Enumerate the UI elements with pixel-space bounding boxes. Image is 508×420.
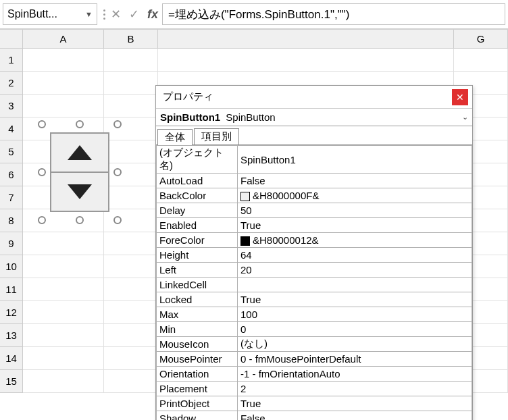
property-row[interactable]: AutoLoadFalse bbox=[157, 174, 472, 188]
cell[interactable] bbox=[454, 49, 508, 72]
object-selector[interactable]: SpinButton1 SpinButton ⌄ bbox=[156, 109, 472, 126]
resize-handle[interactable] bbox=[38, 120, 46, 128]
property-row[interactable]: BackColor&H8000000F& bbox=[157, 188, 472, 203]
cell[interactable] bbox=[104, 278, 158, 301]
cell[interactable] bbox=[23, 232, 104, 255]
row-header[interactable]: 6 bbox=[0, 163, 23, 186]
cell[interactable] bbox=[104, 232, 158, 255]
row-header[interactable]: 2 bbox=[0, 72, 23, 95]
property-row[interactable]: ShadowFalse bbox=[157, 411, 472, 421]
cell[interactable] bbox=[23, 72, 104, 95]
row-header[interactable]: 13 bbox=[0, 324, 23, 347]
cell[interactable] bbox=[104, 301, 158, 324]
fx-icon[interactable]: fx bbox=[147, 7, 158, 22]
resize-handle[interactable] bbox=[38, 216, 46, 224]
resize-handle[interactable] bbox=[76, 120, 84, 128]
row-header[interactable]: 14 bbox=[0, 347, 23, 370]
property-value[interactable]: 100 bbox=[238, 307, 472, 322]
property-value[interactable] bbox=[238, 278, 472, 292]
property-row[interactable]: MouseIcon(なし) bbox=[157, 337, 472, 352]
enter-icon[interactable]: ✓ bbox=[129, 7, 139, 22]
spin-down-button[interactable] bbox=[51, 173, 108, 211]
properties-titlebar[interactable]: プロパティ ✕ bbox=[156, 86, 472, 109]
property-value[interactable]: True bbox=[238, 396, 472, 411]
cell[interactable] bbox=[23, 278, 104, 301]
name-box[interactable]: SpinButt... ▼ bbox=[3, 3, 97, 25]
cell[interactable] bbox=[23, 347, 104, 370]
cell[interactable] bbox=[104, 95, 158, 117]
select-all-corner[interactable] bbox=[0, 30, 23, 48]
row-header[interactable]: 5 bbox=[0, 140, 23, 163]
property-value[interactable]: 0 bbox=[238, 322, 472, 337]
close-button[interactable]: ✕ bbox=[452, 89, 468, 105]
property-row[interactable]: Left20 bbox=[157, 263, 472, 278]
property-value[interactable]: SpinButton1 bbox=[238, 146, 472, 174]
row-header[interactable]: 15 bbox=[0, 370, 23, 393]
tab-all[interactable]: 全体 bbox=[157, 129, 193, 145]
property-value[interactable]: 0 - fmMousePointerDefault bbox=[238, 352, 472, 367]
property-value[interactable]: 64 bbox=[238, 248, 472, 263]
cell[interactable] bbox=[23, 255, 104, 278]
property-row[interactable]: MousePointer0 - fmMousePointerDefault bbox=[157, 352, 472, 367]
row-header[interactable]: 12 bbox=[0, 301, 23, 324]
property-value[interactable]: 50 bbox=[238, 203, 472, 218]
chevron-down-icon[interactable]: ▼ bbox=[85, 10, 93, 18]
cell[interactable] bbox=[23, 324, 104, 347]
property-row[interactable]: Height64 bbox=[157, 248, 472, 263]
col-header-A[interactable]: A bbox=[23, 30, 104, 48]
property-value[interactable]: True bbox=[238, 292, 472, 307]
spinbutton-control[interactable] bbox=[42, 124, 118, 220]
cell[interactable] bbox=[23, 49, 104, 72]
resize-handle[interactable] bbox=[38, 168, 46, 176]
formula-input[interactable]: =埋め込み("Forms.SpinButton.1","") bbox=[162, 3, 505, 25]
property-row[interactable]: ForeColor&H80000012& bbox=[157, 233, 472, 248]
property-value[interactable]: &H80000012& bbox=[238, 233, 472, 248]
cell[interactable] bbox=[104, 49, 158, 72]
cell[interactable] bbox=[23, 370, 104, 393]
property-value[interactable]: False bbox=[238, 174, 472, 188]
cell[interactable] bbox=[23, 301, 104, 324]
cancel-icon[interactable]: ✕ bbox=[111, 7, 121, 22]
property-value[interactable]: False bbox=[238, 411, 472, 421]
cell[interactable] bbox=[158, 49, 454, 72]
resize-handle[interactable] bbox=[113, 168, 122, 176]
col-header-B[interactable]: B bbox=[104, 30, 158, 48]
property-value[interactable]: &H8000000F& bbox=[238, 188, 472, 203]
row-header[interactable]: 10 bbox=[0, 255, 23, 278]
cell[interactable] bbox=[23, 95, 104, 117]
spin-up-button[interactable] bbox=[51, 134, 108, 173]
cell[interactable] bbox=[104, 347, 158, 370]
property-row[interactable]: PrintObjectTrue bbox=[157, 396, 472, 411]
property-row[interactable]: (オブジェクト名)SpinButton1 bbox=[157, 146, 472, 174]
resize-handle[interactable] bbox=[76, 216, 84, 224]
resize-handle[interactable] bbox=[113, 120, 122, 128]
cell[interactable] bbox=[104, 370, 158, 393]
row-header[interactable]: 7 bbox=[0, 186, 23, 209]
property-value[interactable]: -1 - fmOrientationAuto bbox=[238, 367, 472, 382]
row-header[interactable]: 4 bbox=[0, 117, 23, 140]
tab-category[interactable]: 項目別 bbox=[194, 128, 239, 145]
drag-handle[interactable] bbox=[101, 4, 107, 24]
col-header-G[interactable]: G bbox=[454, 30, 508, 48]
property-row[interactable]: Delay50 bbox=[157, 203, 472, 218]
row-header[interactable]: 8 bbox=[0, 209, 23, 232]
property-row[interactable]: Min0 bbox=[157, 322, 472, 337]
property-value[interactable]: (なし) bbox=[238, 337, 472, 352]
property-value[interactable]: 20 bbox=[238, 263, 472, 278]
cell[interactable] bbox=[104, 324, 158, 347]
property-row[interactable]: LinkedCell bbox=[157, 278, 472, 292]
row-header[interactable]: 9 bbox=[0, 232, 23, 255]
property-row[interactable]: EnabledTrue bbox=[157, 218, 472, 233]
cell[interactable] bbox=[104, 72, 158, 95]
row-header[interactable]: 3 bbox=[0, 95, 23, 117]
property-row[interactable]: Max100 bbox=[157, 307, 472, 322]
property-row[interactable]: Placement2 bbox=[157, 382, 472, 396]
property-value[interactable]: True bbox=[238, 218, 472, 233]
row-header[interactable]: 11 bbox=[0, 278, 23, 301]
property-value[interactable]: 2 bbox=[238, 382, 472, 396]
chevron-down-icon[interactable]: ⌄ bbox=[462, 113, 468, 122]
resize-handle[interactable] bbox=[113, 216, 122, 224]
row-header[interactable]: 1 bbox=[0, 49, 23, 72]
property-row[interactable]: Orientation-1 - fmOrientationAuto bbox=[157, 367, 472, 382]
property-row[interactable]: LockedTrue bbox=[157, 292, 472, 307]
